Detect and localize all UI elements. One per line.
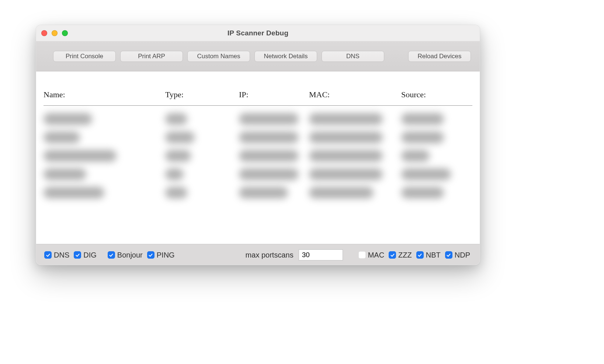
header-divider bbox=[44, 105, 472, 106]
checkbox-label: MAC bbox=[368, 251, 384, 259]
titlebar: IP Scanner Debug bbox=[36, 25, 480, 41]
blurred-cell bbox=[239, 150, 299, 162]
checkbox-icon bbox=[74, 251, 81, 259]
window-controls bbox=[41, 25, 68, 41]
print-console-button[interactable]: Print Console bbox=[53, 51, 116, 62]
blurred-cell bbox=[401, 150, 430, 162]
minimize-icon[interactable] bbox=[52, 30, 58, 36]
checkbox-icon bbox=[147, 251, 155, 259]
table-row bbox=[44, 113, 472, 125]
dns-button[interactable]: DNS bbox=[322, 51, 384, 62]
checkbox-label: DNS bbox=[54, 251, 69, 259]
network-details-button[interactable]: Network Details bbox=[254, 51, 317, 62]
blurred-cell bbox=[239, 168, 299, 180]
checkbox-nbt[interactable]: NBT bbox=[416, 251, 441, 259]
max-portscans-input[interactable] bbox=[299, 249, 343, 260]
checkbox-dig[interactable]: DIG bbox=[74, 251, 97, 259]
checkbox-icon bbox=[358, 251, 366, 259]
footer-bar: DNS DIG Bonjour PING max portscans MAC bbox=[36, 244, 480, 265]
custom-names-button[interactable]: Custom Names bbox=[187, 51, 250, 62]
blurred-cell bbox=[401, 113, 444, 125]
blurred-cell bbox=[309, 113, 383, 125]
checkbox-ping[interactable]: PING bbox=[147, 251, 175, 259]
blurred-cell bbox=[309, 150, 383, 162]
checkbox-label: Bonjour bbox=[117, 251, 143, 259]
window-title: IP Scanner Debug bbox=[228, 29, 288, 37]
checkbox-icon bbox=[389, 251, 396, 259]
blurred-cell bbox=[239, 113, 299, 125]
table-row bbox=[44, 168, 472, 180]
blurred-cell bbox=[165, 113, 187, 125]
reload-devices-button[interactable]: Reload Devices bbox=[408, 51, 471, 62]
blurred-cell bbox=[401, 168, 451, 180]
table-header: Name: Type: IP: MAC: Source: bbox=[44, 90, 472, 105]
checkbox-label: NBT bbox=[426, 251, 441, 259]
blurred-cell bbox=[239, 187, 288, 199]
close-icon[interactable] bbox=[41, 30, 47, 36]
blurred-cell bbox=[44, 187, 104, 199]
blurred-cell bbox=[239, 132, 299, 143]
checkbox-dns[interactable]: DNS bbox=[44, 251, 69, 259]
blurred-cell bbox=[44, 113, 92, 125]
col-ip: IP: bbox=[239, 90, 309, 99]
blurred-cell bbox=[401, 132, 444, 143]
table-row bbox=[44, 187, 472, 199]
blurred-cell bbox=[309, 168, 383, 180]
checkbox-icon bbox=[416, 251, 424, 259]
zoom-icon[interactable] bbox=[62, 30, 68, 36]
checkbox-zzz[interactable]: ZZZ bbox=[389, 251, 412, 259]
col-mac: MAC: bbox=[309, 90, 401, 99]
blurred-cell bbox=[309, 187, 374, 199]
checkbox-icon bbox=[44, 251, 52, 259]
col-name: Name: bbox=[44, 90, 165, 99]
checkbox-mac[interactable]: MAC bbox=[358, 251, 384, 259]
checkbox-icon bbox=[445, 251, 452, 259]
content-area: Name: Type: IP: MAC: Source: bbox=[36, 71, 480, 244]
blurred-cell bbox=[44, 132, 80, 143]
stage: IP Scanner Debug Print Console Print ARP… bbox=[0, 0, 604, 364]
checkbox-label: PING bbox=[157, 251, 175, 259]
blurred-cell bbox=[309, 132, 383, 143]
debug-window: IP Scanner Debug Print Console Print ARP… bbox=[36, 25, 480, 265]
col-type: Type: bbox=[165, 90, 239, 99]
blurred-cell bbox=[44, 168, 86, 180]
blurred-cell bbox=[165, 132, 195, 143]
blurred-cell bbox=[165, 168, 184, 180]
print-arp-button[interactable]: Print ARP bbox=[120, 51, 183, 62]
blurred-cell bbox=[165, 187, 187, 199]
toolbar: Print Console Print ARP Custom Names Net… bbox=[36, 41, 480, 71]
table-rows-blurred bbox=[44, 113, 472, 199]
checkbox-ndp[interactable]: NDP bbox=[445, 251, 470, 259]
max-portscans-label: max portscans bbox=[246, 251, 294, 259]
checkbox-label: NDP bbox=[455, 251, 470, 259]
table-row bbox=[44, 150, 472, 162]
table-row bbox=[44, 132, 472, 143]
blurred-cell bbox=[401, 187, 444, 199]
col-source: Source: bbox=[401, 90, 472, 99]
checkbox-icon bbox=[108, 251, 115, 259]
blurred-cell bbox=[165, 150, 191, 162]
blurred-cell bbox=[44, 150, 117, 162]
checkbox-label: ZZZ bbox=[398, 251, 412, 259]
checkbox-label: DIG bbox=[83, 251, 97, 259]
checkbox-bonjour[interactable]: Bonjour bbox=[108, 251, 143, 259]
